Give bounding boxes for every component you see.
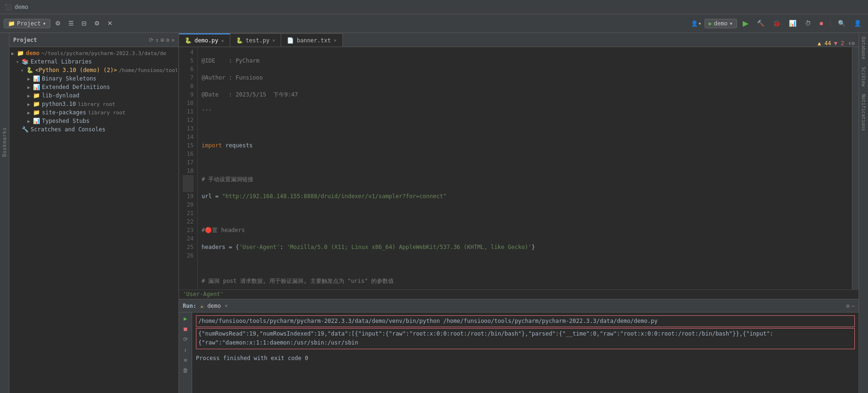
tree-item-demo[interactable]: ▶ 📁 demo ~/tools/pycharm/pycharm-2022.3.… [9,49,178,57]
build-button[interactable]: 🔨 [754,19,767,28]
run-button[interactable]: ▶ [740,18,751,29]
tab-close-test[interactable]: ✕ [272,38,275,43]
title-bar: ⬛ demo [0,0,868,14]
run-sidebar: ▶ ■ ⟳ ↓ ≡ 🗑 [179,313,192,393]
code-editor[interactable]: 4 5 6 7 8 9 10 11 12 13 14 15 16 17 18 [179,47,859,289]
project-panel-title: Project [13,37,37,43]
search-button[interactable]: 🔍 [835,19,848,28]
tree-item-extended-definitions[interactable]: ▶ 📊 Extended Definitions [9,83,178,91]
folder-icon: 📁 [17,50,24,56]
profile-button[interactable]: ⏱ [802,19,814,28]
close-panel-btn[interactable]: ✕ [105,19,115,28]
error-count: ▼ 2 [834,40,844,47]
python-icon: 🐍 [26,67,33,73]
sync-icon[interactable]: ⟳ [149,37,154,43]
tab-close-banner[interactable]: ✕ [333,38,336,43]
database-label[interactable]: Database [860,35,867,61]
run-close-icon[interactable]: ✕ [225,303,228,309]
tree-item-python310-root[interactable]: ▶ 📁 python3.10 library root [9,100,178,108]
coverage-button[interactable]: 📊 [786,19,799,28]
arrow-icon: ▶ [27,76,32,81]
project-label: Project [17,20,41,27]
main-area: Bookmarks Project ⟳ ↕ ⊞ ⚙ ✕ ▶ 📁 demo ~/t… [0,33,868,393]
hide-icon[interactable]: ✕ [171,37,175,43]
title-text: demo [15,4,28,10]
run-cmd-line2: {"numRowsRead":19,"numRowsIndexed":19,"d… [196,328,855,349]
folder-icon: 📁 [33,92,40,99]
skeletons-icon: 📊 [33,75,40,82]
stubs-icon: 📊 [33,118,40,124]
tab-close-demo[interactable]: ✕ [221,38,224,43]
tab-icon-test: 🐍 [236,37,243,44]
chevron-down-icon: ▾ [43,20,46,27]
editor-scrollbar[interactable] [852,47,859,289]
account-icon[interactable]: 👤▾ [691,20,701,27]
run-settings-icon[interactable]: ⚙ [846,303,850,309]
user-button[interactable]: 👤 [851,19,864,28]
project-dropdown[interactable]: 📁 Project ▾ [4,19,50,28]
tab-banner-txt[interactable]: 📄 banner.txt ✕ [281,33,342,47]
tree-item-python310[interactable]: ▾ 🐍 <Python 3.10 (demo) (2)> /home/funsi… [9,66,178,74]
code-content[interactable]: @IDE : PyCharm @Author : Funsiooo @Date … [198,47,852,289]
right-panel-strip: Database SciView Notifications [859,33,868,393]
tab-bar: 🐍 demo.py ✕ 🐍 test.py ✕ 📄 banner.txt ✕ ▲… [179,33,859,47]
gear-icon[interactable]: ⚙ [166,37,170,43]
tree-item-scratches[interactable]: 🔧 Scratches and Consoles [9,125,178,134]
run-play-btn[interactable]: ▶ [183,314,188,323]
scratches-icon: 🔧 [22,126,29,133]
sort-icon[interactable]: ↕ [155,37,159,43]
stop-button[interactable]: ■ [817,19,826,28]
notifications-label[interactable]: Notifications [860,92,867,133]
tab-test-py[interactable]: 🐍 test.py ✕ [230,33,282,47]
tree-item-typeshed-stubs[interactable]: ▶ 📊 Typeshed Stubs [9,117,178,125]
structure-btn[interactable]: ☰ [65,19,77,28]
run-icon: ☕ [200,303,203,309]
run-content: ▶ ■ ⟳ ↓ ≡ 🗑 /home/funsiooo/tools/pycharm… [179,313,859,393]
arrow-icon: ▶ [27,110,32,115]
run-header: Run: ☕ demo ✕ ⚙ — [179,299,859,313]
bookmarks-label: Bookmarks [2,127,7,157]
run-stop-btn[interactable]: ■ [183,325,188,333]
settings-btn[interactable]: ⚙ [52,19,64,28]
app-icon: ⬛ [5,4,12,10]
settings-editor-icon[interactable]: ⚙ [852,40,855,47]
expand-icon[interactable]: ⊞ [161,37,164,43]
run-title: Run: [183,303,196,309]
expand-editor-icon[interactable]: ⬆ [848,40,852,47]
run-trash-btn[interactable]: 🗑 [182,366,189,375]
run-panel: Run: ☕ demo ✕ ⚙ — ▶ ■ ⟳ ↓ ≡ [179,299,859,393]
tab-right-icons: ▲ 44 ▼ 2 ⬆ ⚙ [814,40,859,47]
tree-item-lib-dynload[interactable]: ▶ 📁 lib-dynload [9,91,178,100]
tab-icon-demo: 🐍 [185,37,192,44]
tab-label-demo: demo.py [195,37,219,44]
run-exit-message: Process finished with exit code 0 [196,354,855,363]
run-config-dropdown[interactable]: ▶ demo ▾ [705,19,737,28]
sciview-label[interactable]: SciView [860,65,867,88]
collapse-btn[interactable]: ⊟ [79,19,89,28]
tree-item-site-packages[interactable]: ▶ 📁 site-packages library root [9,108,178,117]
arrow-icon: ▶ [27,119,32,124]
run-output[interactable]: /home/funsiooo/tools/pycharm/pycharm-202… [192,313,859,393]
run-filter-btn[interactable]: ≡ [183,356,188,364]
run-scroll-btn[interactable]: ↓ [183,345,188,354]
project-panel: Project ⟳ ↕ ⊞ ⚙ ✕ ▶ 📁 demo ~/tools/pycha… [9,33,179,393]
run-rerun-btn[interactable]: ⟳ [182,335,189,344]
bottom-input-text: 'User-Agent' [183,291,224,297]
bottom-input: 'User-Agent' [179,289,859,299]
arrow-icon: ▶ [27,93,32,98]
tab-demo-py[interactable]: 🐍 demo.py ✕ [179,33,230,47]
library-icon: 📚 [22,58,29,65]
project-icon: 📁 [8,20,15,27]
run-minimize-icon[interactable]: — [852,303,855,309]
debug-button[interactable]: 🐞 [770,19,783,28]
run-cmd-line1: /home/funsiooo/tools/pycharm/pycharm-202… [196,315,855,327]
toolbar: 📁 Project ▾ ⚙ ☰ ⊟ ⚙ ✕ 👤▾ ▶ demo ▾ ▶ 🔨 🐞 … [0,14,868,33]
editor-area: 🐍 demo.py ✕ 🐍 test.py ✕ 📄 banner.txt ✕ ▲… [179,33,859,393]
panel-header-icons: ⟳ ↕ ⊞ ⚙ ✕ [149,37,175,43]
arrow-icon: ▾ [21,68,25,73]
tree-item-binary-skeletons[interactable]: ▶ 📊 Binary Skeletons [9,74,178,83]
arrow-icon: ▾ [16,59,21,64]
gear-btn[interactable]: ⚙ [91,19,103,28]
run-tab-label[interactable]: demo [207,303,221,309]
tree-item-external-libraries[interactable]: ▾ 📚 External Libraries [9,57,178,66]
